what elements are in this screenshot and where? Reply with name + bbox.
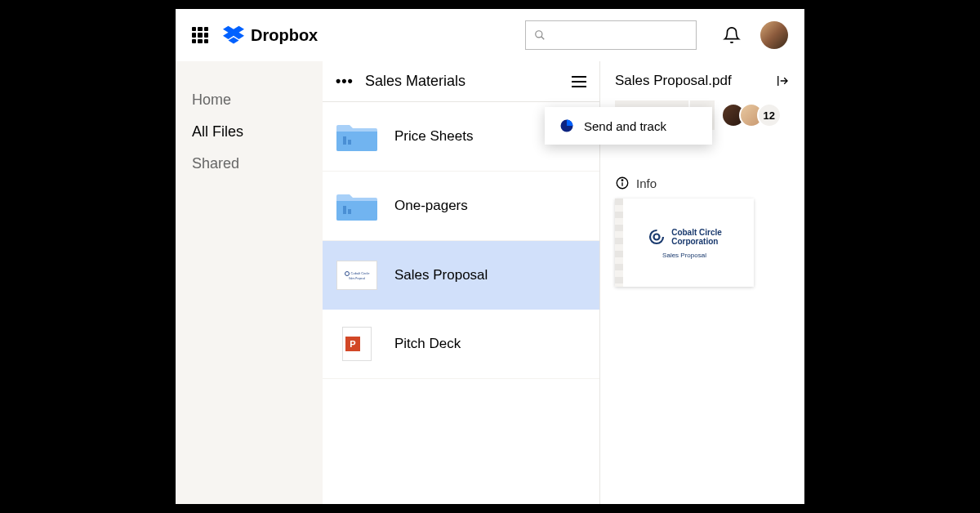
sidebar: Home All Files Shared [176, 61, 323, 504]
file-name: One-pagers [394, 198, 468, 214]
folder-icon [336, 118, 378, 154]
menu-item-label: Send and track [584, 119, 666, 133]
collaborators[interactable]: 12 [721, 103, 782, 127]
brand-text: Dropbox [251, 26, 318, 45]
preview-logo-row: Cobalt Circle Corporation [647, 227, 722, 247]
svg-rect-4 [343, 206, 346, 214]
details-header: Sales Proposal.pdf [615, 73, 790, 89]
brand-logo[interactable]: Dropbox [223, 25, 318, 46]
info-section-header[interactable]: Info [615, 176, 790, 190]
app-launcher-icon[interactable] [192, 27, 208, 43]
svg-rect-3 [348, 140, 351, 145]
svg-point-0 [536, 31, 542, 38]
header: Dropbox [176, 9, 804, 61]
file-row-sales-proposal[interactable]: Cobalt Circle Sales Proposal Sales Propo… [323, 241, 599, 310]
file-preview[interactable]: Cobalt Circle Corporation Sales Proposal [615, 199, 754, 287]
analytics-icon [559, 118, 574, 133]
svg-point-9 [621, 180, 623, 181]
app-window: Dropbox Home All Files Shared ••• Sales … [176, 9, 804, 504]
file-row-one-pagers[interactable]: One-pagers [323, 172, 599, 241]
company-logo-icon [647, 227, 666, 247]
info-icon [615, 176, 630, 190]
folder-icon [336, 188, 378, 224]
file-name: Pitch Deck [394, 336, 461, 352]
file-name: Sales Proposal [394, 267, 488, 283]
svg-point-11 [654, 234, 660, 239]
sidebar-item-all-files[interactable]: All Files [192, 116, 306, 148]
more-icon[interactable]: ••• [336, 73, 354, 90]
powerpoint-icon: P [336, 326, 378, 362]
preview-subtitle: Sales Proposal [662, 252, 706, 259]
send-and-track-menu-item[interactable]: Send and track [545, 107, 712, 145]
avatar[interactable] [760, 21, 788, 49]
collaborator-count: 12 [757, 103, 782, 127]
svg-line-1 [541, 37, 545, 40]
notifications-icon[interactable] [723, 26, 741, 44]
preview-company-name: Cobalt Circle Corporation [671, 228, 722, 246]
svg-rect-2 [343, 136, 346, 145]
breadcrumb: Sales Materials [365, 73, 560, 90]
file-name: Price Sheets [394, 128, 473, 145]
file-row-pitch-deck[interactable]: P Pitch Deck [323, 310, 599, 379]
dropbox-icon [223, 25, 244, 46]
search-input[interactable] [525, 20, 697, 50]
view-options-icon[interactable] [572, 76, 586, 87]
collapse-panel-icon[interactable] [775, 74, 790, 88]
sidebar-item-shared[interactable]: Shared [192, 148, 306, 180]
svg-point-10 [650, 230, 663, 243]
details-filename: Sales Proposal.pdf [615, 73, 732, 89]
sidebar-item-home[interactable]: Home [192, 84, 306, 116]
search-icon [534, 29, 546, 41]
svg-rect-5 [348, 209, 351, 214]
info-label: Info [636, 176, 657, 190]
files-header: ••• Sales Materials [323, 61, 599, 102]
pdf-thumbnail-icon: Cobalt Circle Sales Proposal [336, 257, 378, 293]
